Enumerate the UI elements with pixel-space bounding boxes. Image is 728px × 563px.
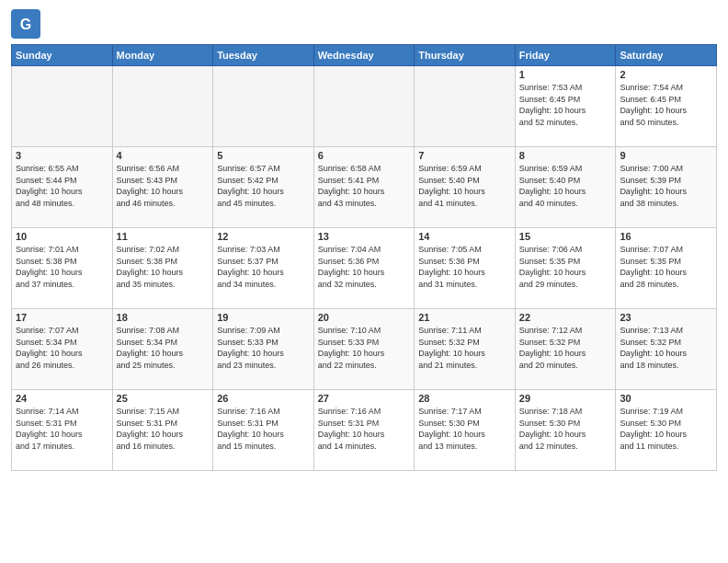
day-number: 8: [519, 150, 612, 161]
header: G: [11, 9, 717, 39]
day-number: 25: [117, 393, 210, 404]
col-friday: Friday: [515, 45, 616, 66]
day-number: 15: [519, 231, 612, 242]
day-info: Sunrise: 7:05 AM Sunset: 5:36 PM Dayligh…: [418, 244, 511, 290]
day-info: Sunrise: 7:11 AM Sunset: 5:32 PM Dayligh…: [418, 325, 511, 371]
calendar-cell: 19Sunrise: 7:09 AM Sunset: 5:33 PM Dayli…: [213, 309, 314, 390]
calendar-cell: 4Sunrise: 6:56 AM Sunset: 5:43 PM Daylig…: [112, 147, 213, 228]
calendar-cell: 28Sunrise: 7:17 AM Sunset: 5:30 PM Dayli…: [415, 390, 516, 471]
day-number: 26: [217, 393, 310, 404]
day-number: 22: [519, 312, 612, 323]
day-info: Sunrise: 7:18 AM Sunset: 5:30 PM Dayligh…: [519, 406, 612, 452]
day-number: 19: [217, 312, 310, 323]
logo-icon: G: [11, 9, 40, 39]
calendar-cell: 29Sunrise: 7:18 AM Sunset: 5:30 PM Dayli…: [515, 390, 616, 471]
calendar-cell: 3Sunrise: 6:55 AM Sunset: 5:44 PM Daylig…: [12, 147, 113, 228]
day-number: 24: [16, 393, 108, 404]
day-number: 9: [620, 150, 712, 161]
day-info: Sunrise: 7:10 AM Sunset: 5:33 PM Dayligh…: [318, 325, 411, 371]
calendar-cell: 12Sunrise: 7:03 AM Sunset: 5:37 PM Dayli…: [213, 228, 314, 309]
day-number: 13: [318, 231, 411, 242]
calendar-week-row: 24Sunrise: 7:14 AM Sunset: 5:31 PM Dayli…: [12, 390, 717, 471]
calendar-cell: 18Sunrise: 7:08 AM Sunset: 5:34 PM Dayli…: [112, 309, 213, 390]
calendar-cell: 16Sunrise: 7:07 AM Sunset: 5:35 PM Dayli…: [616, 228, 717, 309]
day-number: 2: [620, 69, 712, 80]
day-number: 27: [318, 393, 411, 404]
day-info: Sunrise: 7:17 AM Sunset: 5:30 PM Dayligh…: [418, 406, 511, 452]
col-thursday: Thursday: [415, 45, 516, 66]
day-number: 23: [620, 312, 712, 323]
calendar-cell: 5Sunrise: 6:57 AM Sunset: 5:42 PM Daylig…: [213, 147, 314, 228]
day-info: Sunrise: 7:14 AM Sunset: 5:31 PM Dayligh…: [16, 406, 108, 452]
calendar-cell: 17Sunrise: 7:07 AM Sunset: 5:34 PM Dayli…: [12, 309, 113, 390]
day-info: Sunrise: 7:07 AM Sunset: 5:34 PM Dayligh…: [16, 325, 108, 371]
day-info: Sunrise: 7:09 AM Sunset: 5:33 PM Dayligh…: [217, 325, 310, 371]
day-number: 3: [16, 150, 108, 161]
calendar-cell: 24Sunrise: 7:14 AM Sunset: 5:31 PM Dayli…: [12, 390, 113, 471]
calendar-cell: 27Sunrise: 7:16 AM Sunset: 5:31 PM Dayli…: [313, 390, 415, 471]
calendar: Sunday Monday Tuesday Wednesday Thursday…: [11, 44, 717, 471]
calendar-week-row: 3Sunrise: 6:55 AM Sunset: 5:44 PM Daylig…: [12, 147, 717, 228]
day-info: Sunrise: 7:12 AM Sunset: 5:32 PM Dayligh…: [519, 325, 612, 371]
day-number: 5: [217, 150, 310, 161]
day-number: 14: [418, 231, 511, 242]
day-info: Sunrise: 6:59 AM Sunset: 5:40 PM Dayligh…: [418, 163, 511, 209]
day-info: Sunrise: 7:19 AM Sunset: 5:30 PM Dayligh…: [620, 406, 712, 452]
day-info: Sunrise: 6:55 AM Sunset: 5:44 PM Dayligh…: [16, 163, 108, 209]
day-number: 7: [418, 150, 511, 161]
day-info: Sunrise: 6:56 AM Sunset: 5:43 PM Dayligh…: [117, 163, 210, 209]
col-saturday: Saturday: [616, 45, 717, 66]
day-number: 1: [519, 69, 612, 80]
calendar-cell: 10Sunrise: 7:01 AM Sunset: 5:38 PM Dayli…: [12, 228, 113, 309]
day-info: Sunrise: 7:13 AM Sunset: 5:32 PM Dayligh…: [620, 325, 712, 371]
calendar-week-row: 17Sunrise: 7:07 AM Sunset: 5:34 PM Dayli…: [12, 309, 717, 390]
day-info: Sunrise: 7:53 AM Sunset: 6:45 PM Dayligh…: [519, 82, 612, 128]
calendar-cell: 21Sunrise: 7:11 AM Sunset: 5:32 PM Dayli…: [415, 309, 516, 390]
calendar-cell: 8Sunrise: 6:59 AM Sunset: 5:40 PM Daylig…: [515, 147, 616, 228]
col-tuesday: Tuesday: [213, 45, 314, 66]
day-number: 17: [16, 312, 108, 323]
calendar-cell: [112, 66, 213, 147]
calendar-cell: 6Sunrise: 6:58 AM Sunset: 5:41 PM Daylig…: [313, 147, 415, 228]
calendar-cell: 30Sunrise: 7:19 AM Sunset: 5:30 PM Dayli…: [616, 390, 717, 471]
calendar-cell: [213, 66, 314, 147]
col-wednesday: Wednesday: [313, 45, 415, 66]
day-info: Sunrise: 7:01 AM Sunset: 5:38 PM Dayligh…: [16, 244, 108, 290]
day-info: Sunrise: 6:58 AM Sunset: 5:41 PM Dayligh…: [318, 163, 411, 209]
logo: G: [11, 9, 42, 39]
day-info: Sunrise: 7:07 AM Sunset: 5:35 PM Dayligh…: [620, 244, 712, 290]
day-number: 30: [620, 393, 712, 404]
calendar-cell: [12, 66, 113, 147]
day-info: Sunrise: 6:59 AM Sunset: 5:40 PM Dayligh…: [519, 163, 612, 209]
day-info: Sunrise: 7:08 AM Sunset: 5:34 PM Dayligh…: [117, 325, 210, 371]
calendar-cell: 13Sunrise: 7:04 AM Sunset: 5:36 PM Dayli…: [313, 228, 415, 309]
calendar-cell: [313, 66, 415, 147]
day-info: Sunrise: 7:02 AM Sunset: 5:38 PM Dayligh…: [117, 244, 210, 290]
day-number: 10: [16, 231, 108, 242]
calendar-cell: 9Sunrise: 7:00 AM Sunset: 5:39 PM Daylig…: [616, 147, 717, 228]
calendar-cell: 26Sunrise: 7:16 AM Sunset: 5:31 PM Dayli…: [213, 390, 314, 471]
page: G Sunday Monday Tuesday Wednesday Thursd…: [0, 0, 728, 563]
day-number: 20: [318, 312, 411, 323]
day-info: Sunrise: 6:57 AM Sunset: 5:42 PM Dayligh…: [217, 163, 310, 209]
col-monday: Monday: [112, 45, 213, 66]
calendar-cell: 22Sunrise: 7:12 AM Sunset: 5:32 PM Dayli…: [515, 309, 616, 390]
day-info: Sunrise: 7:54 AM Sunset: 6:45 PM Dayligh…: [620, 82, 712, 128]
day-number: 12: [217, 231, 310, 242]
calendar-header-row: Sunday Monday Tuesday Wednesday Thursday…: [12, 45, 717, 66]
day-number: 16: [620, 231, 712, 242]
day-number: 18: [117, 312, 210, 323]
day-number: 29: [519, 393, 612, 404]
day-info: Sunrise: 7:16 AM Sunset: 5:31 PM Dayligh…: [318, 406, 411, 452]
calendar-week-row: 10Sunrise: 7:01 AM Sunset: 5:38 PM Dayli…: [12, 228, 717, 309]
svg-text:G: G: [20, 17, 31, 32]
calendar-cell: 7Sunrise: 6:59 AM Sunset: 5:40 PM Daylig…: [415, 147, 516, 228]
calendar-cell: 25Sunrise: 7:15 AM Sunset: 5:31 PM Dayli…: [112, 390, 213, 471]
day-number: 11: [117, 231, 210, 242]
col-sunday: Sunday: [12, 45, 113, 66]
calendar-cell: 23Sunrise: 7:13 AM Sunset: 5:32 PM Dayli…: [616, 309, 717, 390]
calendar-cell: 14Sunrise: 7:05 AM Sunset: 5:36 PM Dayli…: [415, 228, 516, 309]
calendar-cell: 11Sunrise: 7:02 AM Sunset: 5:38 PM Dayli…: [112, 228, 213, 309]
day-info: Sunrise: 7:16 AM Sunset: 5:31 PM Dayligh…: [217, 406, 310, 452]
day-info: Sunrise: 7:00 AM Sunset: 5:39 PM Dayligh…: [620, 163, 712, 209]
